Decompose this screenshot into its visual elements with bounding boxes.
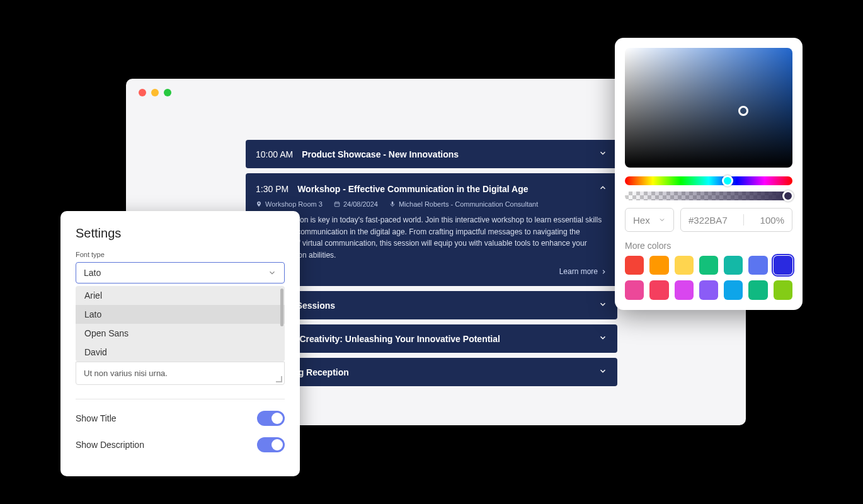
show-title-toggle[interactable] [257, 411, 285, 426]
svg-rect-0 [334, 202, 340, 207]
divider [76, 399, 285, 399]
agenda-description: Communication is key in today's fast-pac… [256, 214, 607, 261]
color-swatch[interactable] [649, 280, 668, 299]
color-swatch[interactable] [748, 280, 767, 299]
font-type-select[interactable]: Lato [76, 262, 285, 284]
agenda-list: 10:00 AM Product Showcase - New Innovati… [246, 140, 617, 386]
agenda-title: Breakout Sessions [256, 301, 590, 311]
settings-heading: Settings [76, 226, 285, 241]
chevron-right-icon [600, 268, 607, 275]
color-picker-panel: Hex #322BA7 100% More colors [615, 38, 803, 310]
learn-more-link[interactable]: Learn more [256, 267, 607, 276]
font-type-label: Font type [76, 251, 285, 258]
agenda-item-expanded: 1:30 PM Workshop - Effective Communicati… [246, 173, 617, 286]
window-close-button[interactable] [139, 89, 146, 96]
calendar-icon [334, 201, 340, 207]
show-title-label: Show Title [76, 413, 117, 423]
gradient-cursor-icon[interactable] [738, 106, 748, 116]
chevron-down-icon [598, 149, 607, 159]
agenda-time: 10:00 AM [256, 149, 293, 159]
alpha-handle-icon[interactable] [782, 190, 794, 202]
color-swatch[interactable] [774, 256, 792, 275]
agenda-title: The Art of Creativity: Unleashing Your I… [256, 334, 590, 344]
chevron-down-icon [268, 268, 277, 277]
color-swatch[interactable] [675, 256, 694, 275]
window-minimize-button[interactable] [151, 89, 159, 96]
svg-rect-4 [392, 202, 394, 205]
color-swatch[interactable] [649, 256, 668, 275]
resize-handle-icon[interactable] [276, 376, 282, 382]
color-swatch[interactable] [625, 280, 644, 299]
font-option[interactable]: Ariel [76, 286, 285, 305]
alpha-slider[interactable] [625, 192, 792, 200]
hue-handle-icon[interactable] [722, 175, 733, 186]
agenda-item[interactable]: Breakout Sessions [246, 291, 617, 319]
mic-icon [389, 201, 396, 207]
font-option[interactable]: Open Sans [76, 324, 285, 343]
dropdown-scrollbar[interactable] [280, 289, 283, 326]
font-type-dropdown: Ariel Lato Open Sans David [76, 286, 285, 362]
chevron-down-icon [598, 333, 607, 344]
color-swatch[interactable] [625, 256, 644, 275]
color-value-input[interactable]: #322BA7 100% [680, 208, 792, 232]
font-option[interactable]: David [76, 343, 285, 362]
agenda-meta: Workshop Room 3 24/08/2024 Michael Rober… [256, 200, 607, 208]
color-swatch[interactable] [774, 280, 792, 299]
textarea-field[interactable]: Ut non varius nisi urna. [76, 362, 285, 385]
color-swatch[interactable] [699, 280, 718, 299]
window-maximize-button[interactable] [164, 89, 171, 96]
agenda-item[interactable]: 10:00 AM Product Showcase - New Innovati… [246, 140, 617, 168]
color-swatches [625, 256, 792, 300]
agenda-time: 1:30 PM [256, 184, 289, 194]
location-icon [256, 201, 262, 207]
color-swatch[interactable] [724, 256, 743, 275]
color-swatch[interactable] [748, 256, 767, 275]
agenda-title: Networking Reception [256, 367, 590, 377]
color-gradient-area[interactable] [625, 48, 792, 168]
chevron-down-icon [598, 367, 607, 377]
chevron-down-icon [658, 216, 666, 224]
show-description-toggle[interactable] [257, 437, 285, 452]
more-colors-label: More colors [625, 241, 792, 251]
settings-panel: Settings Font type Lato Ariel Lato Open … [60, 211, 300, 476]
hue-slider[interactable] [625, 176, 792, 185]
agenda-item[interactable]: Networking Reception [246, 358, 617, 386]
show-description-label: Show Description [76, 440, 144, 450]
agenda-item[interactable]: The Art of Creativity: Unleashing Your I… [246, 324, 617, 353]
agenda-title: Product Showcase - New Innovations [302, 149, 590, 159]
color-swatch[interactable] [699, 256, 718, 275]
color-swatch[interactable] [675, 280, 694, 299]
chevron-down-icon [598, 300, 607, 311]
agenda-title: Workshop - Effective Communication in th… [297, 184, 590, 194]
font-option[interactable]: Lato [76, 305, 285, 324]
chevron-up-icon[interactable] [598, 183, 607, 194]
color-swatch[interactable] [724, 280, 743, 299]
color-format-select[interactable]: Hex [625, 208, 674, 232]
